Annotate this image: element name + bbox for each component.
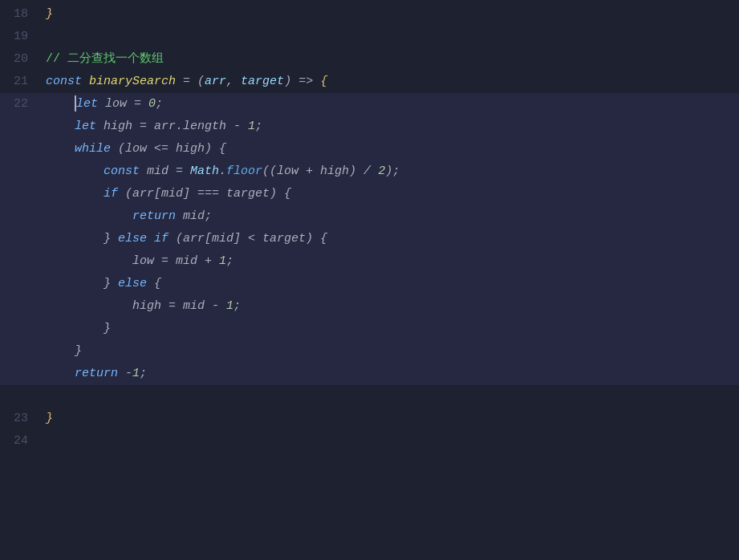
code-line-high-assign: high = mid - 1;	[0, 295, 739, 318]
line-content-low-assign: low = mid + 1;	[44, 250, 739, 273]
code-line-20: 20 // 二分查找一个数组	[0, 48, 739, 71]
line-number-23: 23	[0, 408, 44, 430]
code-line-22: 22 let low = 0;	[0, 93, 739, 116]
line-number-18: 18	[0, 3, 44, 26]
line-content-else-if: } else if (arr[mid] < target) {	[44, 228, 739, 250]
code-line-low-assign: low = mid + 1;	[0, 250, 739, 273]
code-line-return-mid: return mid;	[0, 205, 739, 228]
code-line-18: 18 }	[0, 3, 739, 26]
line-content-if: if (arr[mid] === target) {	[44, 183, 739, 205]
line-number-19: 19	[0, 26, 44, 48]
line-content-22: let low = 0;	[44, 93, 739, 116]
code-line-if: if (arr[mid] === target) {	[0, 183, 739, 205]
line-content-close-inner: }	[44, 318, 739, 340]
line-content-high: let high = arr.length - 1;	[44, 116, 739, 138]
line-content-return-mid: return mid;	[44, 205, 739, 228]
code-line-while: while (low <= high) {	[0, 138, 739, 160]
line-content-mid: const mid = Math.floor((low + high) / 2)…	[44, 160, 739, 183]
code-line-close-outer: }	[0, 340, 739, 363]
line-number-21: 21	[0, 71, 44, 93]
line-content-20: // 二分查找一个数组	[44, 48, 739, 71]
code-line-19: 19	[0, 26, 739, 48]
line-content-return-neg: return -1;	[44, 363, 739, 385]
line-content-high-assign: high = mid - 1;	[44, 295, 739, 318]
line-content-18: }	[44, 3, 739, 26]
code-line-else: } else {	[0, 273, 739, 295]
code-line-else-if: } else if (arr[mid] < target) {	[0, 228, 739, 250]
code-line-empty	[0, 385, 739, 408]
code-lines: 18 } 19 20 // 二分查找一个数组 21 const binarySe…	[0, 0, 739, 452]
code-line-24: 24	[0, 430, 739, 452]
code-line-21: 21 const binarySearch = (arr, target) =>…	[0, 71, 739, 93]
line-content-else: } else {	[44, 273, 739, 295]
line-content-close-outer: }	[44, 340, 739, 363]
code-line-mid: const mid = Math.floor((low + high) / 2)…	[0, 160, 739, 183]
line-content-while: while (low <= high) {	[44, 138, 739, 160]
line-content-23: }	[44, 408, 739, 430]
line-number-22: 22	[0, 93, 44, 116]
code-line-close-inner: }	[0, 318, 739, 340]
line-number-20: 20	[0, 48, 44, 71]
code-line-22b: let high = arr.length - 1;	[0, 116, 739, 138]
code-line-return-neg: return -1;	[0, 363, 739, 385]
line-content-21: const binarySearch = (arr, target) => {	[44, 71, 739, 93]
line-number-24: 24	[0, 430, 44, 452]
code-line-23: 23 }	[0, 408, 739, 430]
code-editor: 18 } 19 20 // 二分查找一个数组 21 const binarySe…	[0, 0, 739, 560]
